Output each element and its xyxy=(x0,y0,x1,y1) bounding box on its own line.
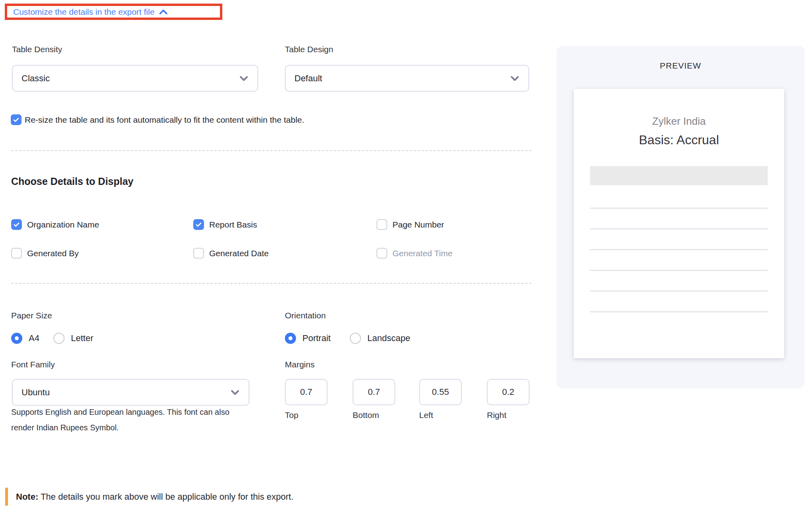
export-customization-page: Customize the details in the export file… xyxy=(0,0,812,518)
table-density-label: Table Density xyxy=(12,45,62,54)
customize-details-toggle[interactable]: Customize the details in the export file xyxy=(7,7,168,17)
orientation-landscape-label: Landscape xyxy=(367,333,410,343)
generated-date-checkbox[interactable] xyxy=(193,248,204,259)
generated-time-label: Generated Time xyxy=(392,249,453,258)
section-divider xyxy=(11,150,532,151)
page-number-checkbox[interactable] xyxy=(377,219,387,230)
table-design-select[interactable]: Default xyxy=(285,65,529,92)
chevron-down-icon xyxy=(239,75,249,82)
customize-details-label: Customize the details in the export file xyxy=(13,7,155,17)
font-family-label: Font Family xyxy=(11,360,55,369)
note-label: Note: xyxy=(16,492,38,502)
margin-left-label: Left xyxy=(419,410,433,420)
organization-name-checkbox[interactable] xyxy=(11,219,22,230)
table-design-label: Table Design xyxy=(285,45,333,54)
generated-time-checkbox xyxy=(377,248,387,259)
margins-label: Margins xyxy=(285,360,315,369)
section-divider xyxy=(11,283,532,284)
orientation-portrait-label: Portrait xyxy=(302,333,331,343)
paper-letter-label: Letter xyxy=(71,333,93,343)
margin-top-label: Top xyxy=(285,410,298,420)
generated-by-checkbox[interactable] xyxy=(11,248,22,259)
check-icon xyxy=(13,221,20,228)
font-family-select[interactable]: Ubuntu xyxy=(12,379,249,406)
font-family-help-text: Supports English and European languages.… xyxy=(11,404,250,436)
note-body: The details you mark above will be appli… xyxy=(38,492,293,502)
paper-a4-label: A4 xyxy=(29,333,39,343)
font-family-value: Ubuntu xyxy=(22,387,50,398)
paper-size-label: Paper Size xyxy=(11,311,52,320)
check-icon xyxy=(12,116,20,124)
preview-skeleton-line xyxy=(590,208,768,209)
note-text: Note: The details you mark above will be… xyxy=(16,492,294,502)
orientation-landscape-radio[interactable] xyxy=(350,333,361,344)
chevron-down-icon xyxy=(230,389,240,396)
paper-letter-radio[interactable] xyxy=(53,333,65,344)
preview-skeleton-line xyxy=(590,290,768,292)
margin-bottom-input[interactable] xyxy=(353,379,395,405)
preview-document-card: Zylker India Basis: Accrual xyxy=(574,89,784,358)
note-accent-bar xyxy=(5,488,8,506)
orientation-portrait-radio[interactable] xyxy=(285,333,296,344)
preview-skeleton-line xyxy=(590,270,768,271)
resize-table-label: Re-size the table and its font automatic… xyxy=(25,115,304,125)
table-density-select[interactable]: Classic xyxy=(12,65,258,92)
paper-a4-radio[interactable] xyxy=(11,333,22,344)
preview-organization-name: Zylker India xyxy=(574,115,784,128)
resize-table-checkbox[interactable] xyxy=(11,114,22,125)
organization-name-label: Organization Name xyxy=(27,220,99,230)
preview-report-basis: Basis: Accrual xyxy=(574,133,784,147)
preview-skeleton-line xyxy=(590,228,768,230)
generated-by-label: Generated By xyxy=(27,249,79,258)
report-basis-checkbox[interactable] xyxy=(193,219,204,230)
margin-left-input[interactable] xyxy=(419,379,462,405)
chevron-down-icon xyxy=(510,75,520,82)
annotation-highlight-box: Customize the details in the export file xyxy=(5,4,222,20)
table-density-value: Classic xyxy=(22,73,50,84)
chevron-up-icon xyxy=(159,9,168,15)
preview-skeleton-line xyxy=(590,311,768,312)
orientation-label: Orientation xyxy=(285,311,326,320)
check-icon xyxy=(195,221,202,228)
page-number-label: Page Number xyxy=(392,220,444,230)
preview-title: PREVIEW xyxy=(557,61,804,71)
report-basis-label: Report Basis xyxy=(209,220,257,230)
margin-top-input[interactable] xyxy=(285,379,328,405)
preview-skeleton-bar xyxy=(590,166,768,185)
margin-right-label: Right xyxy=(487,410,506,420)
choose-details-heading: Choose Details to Display xyxy=(11,176,133,187)
preview-panel: PREVIEW Zylker India Basis: Accrual xyxy=(557,46,804,388)
table-design-value: Default xyxy=(294,73,322,84)
margin-right-input[interactable] xyxy=(487,379,530,405)
margin-bottom-label: Bottom xyxy=(353,410,379,420)
preview-skeleton-line xyxy=(590,249,768,250)
generated-date-label: Generated Date xyxy=(209,249,269,258)
